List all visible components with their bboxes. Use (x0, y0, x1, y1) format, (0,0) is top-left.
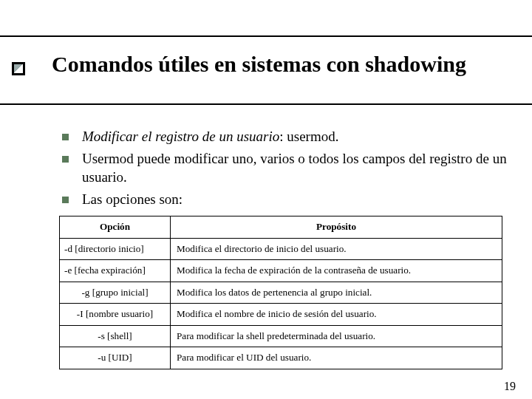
cell-option: -d [directorio inicio] (60, 238, 171, 260)
cell-purpose: Para modificar la shell predeterminada d… (171, 325, 502, 347)
table-row: -s [shell]Para modificar la shell predet… (60, 325, 502, 347)
list-item-text: Modificar el registro de un usuario: use… (82, 127, 510, 146)
table: Opción Propósito -d [directorio inicio]M… (59, 216, 502, 369)
slide-title: Comandos útiles en sistemas con shadowin… (52, 52, 466, 77)
cell-option: -I [nombre usuario] (60, 304, 171, 326)
text-segment: : usermod. (279, 129, 338, 144)
page-number: 19 (504, 380, 516, 393)
table-row: -u [UID]Para modificar el UID del usuari… (60, 347, 502, 369)
cell-option: -e [fecha expiración] (60, 260, 171, 282)
cell-option: -s [shell] (60, 325, 171, 347)
cell-option: -u [UID] (60, 347, 171, 369)
list-item-text: Las opciones son: (82, 190, 510, 209)
cell-purpose: Modifica la fecha de expiración de la co… (171, 260, 502, 282)
bullet-list: Modificar el registro de un usuario: use… (62, 127, 510, 212)
bullet-icon (62, 197, 69, 203)
list-item: Usermod puede modificar uno, varios o to… (62, 149, 510, 187)
col-header-purpose: Propósito (171, 216, 502, 239)
title-bullet-icon (12, 62, 25, 75)
table-row: -d [directorio inicio]Modifica el direct… (60, 238, 502, 260)
list-item-text: Usermod puede modificar uno, varios o to… (82, 149, 510, 187)
cell-option: -g [grupo inicial] (60, 282, 171, 304)
emphasis-text: Modificar el registro de un usuario (82, 129, 279, 144)
col-header-option: Opción (60, 216, 171, 239)
list-item: Las opciones son: (62, 190, 510, 209)
options-table: Opción Propósito -d [directorio inicio]M… (59, 216, 502, 369)
bullet-icon (62, 134, 69, 140)
cell-purpose: Modifica el directorio de inicio del usu… (171, 238, 502, 260)
rule-bottom (0, 103, 532, 105)
table-row: -I [nombre usuario]Modifica el nombre de… (60, 304, 502, 326)
list-item: Modificar el registro de un usuario: use… (62, 127, 510, 146)
cell-purpose: Modifica el nombre de inicio de sesión d… (171, 304, 502, 326)
table-row: -g [grupo inicial]Modifica los datos de … (60, 282, 502, 304)
table-header-row: Opción Propósito (60, 216, 502, 239)
cell-purpose: Modifica los datos de pertenencia al gru… (171, 282, 502, 304)
table-row: -e [fecha expiración]Modifica la fecha d… (60, 260, 502, 282)
bullet-icon (62, 156, 69, 163)
cell-purpose: Para modificar el UID del usuario. (171, 347, 502, 369)
rule-top (0, 35, 532, 37)
